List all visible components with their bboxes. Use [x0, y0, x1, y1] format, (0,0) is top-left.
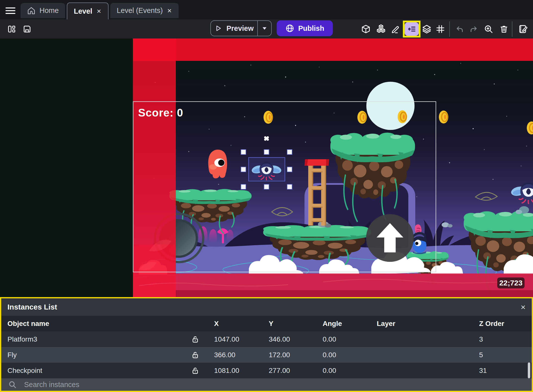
- publish-button[interactable]: Publish: [277, 20, 333, 36]
- col-z-order: Z Order: [472, 320, 532, 328]
- preview-button[interactable]: Preview: [211, 21, 257, 36]
- col-angle: Angle: [316, 320, 370, 328]
- tab-level-events-close-icon[interactable]: ×: [167, 7, 172, 14]
- tab-level-events-label: Level (Events): [117, 6, 163, 15]
- unlock-icon[interactable]: [183, 335, 207, 344]
- cursor-coordinates-badge: 22;723: [497, 277, 525, 288]
- instance-x: 366.00: [207, 351, 262, 359]
- instances-panel-title: Instances List: [7, 303, 57, 311]
- trash-icon[interactable]: [496, 25, 511, 34]
- instance-z-order: 31: [472, 367, 532, 375]
- instance-z-order: 5: [472, 351, 532, 359]
- layers-icon[interactable]: [420, 24, 433, 34]
- tab-home-label: Home: [39, 6, 59, 15]
- col-object-name: Object name: [1, 320, 183, 328]
- instances-table-header: Object name X Y Angle Layer Z Order: [1, 316, 532, 331]
- game-scene-svg: [0, 39, 533, 297]
- instance-angle: 0.00: [316, 351, 370, 359]
- search-instances-input[interactable]: [17, 381, 532, 389]
- instance-name: Platform3: [1, 335, 183, 343]
- edit-scene-properties-icon[interactable]: [515, 24, 531, 34]
- game-score-text: Score: 0: [138, 107, 183, 119]
- instances-list-icon[interactable]: [405, 22, 419, 36]
- toolbar-right-icons: [358, 19, 531, 39]
- zoom-in-icon[interactable]: [481, 24, 496, 34]
- instance-name: Checkpoint: [1, 367, 183, 375]
- instance-row-checkpoint[interactable]: Checkpoint 1081.00 277.00 0.00 31: [1, 363, 532, 378]
- globe-icon: [285, 24, 294, 33]
- undo-icon[interactable]: [453, 25, 467, 34]
- tab-level-events[interactable]: Level (Events) ×: [110, 3, 179, 18]
- coin[interactable]: [357, 111, 367, 124]
- instance-name: Fly: [1, 351, 183, 359]
- instance-row-platform3[interactable]: Platform3 1047.00 346.00 0.00 3: [1, 331, 532, 347]
- instances-panel: Instances List × Object name X Y Angle L…: [0, 297, 533, 392]
- tab-level-label: Level: [74, 7, 92, 15]
- save-icon[interactable]: [23, 25, 32, 34]
- layout-panels-icon[interactable]: [7, 25, 16, 34]
- tab-home[interactable]: Home: [21, 3, 65, 18]
- objects-icon[interactable]: [373, 24, 388, 34]
- col-x: X: [207, 320, 262, 328]
- instances-search-bar: [1, 378, 532, 391]
- coin[interactable]: [439, 111, 448, 123]
- tab-bar: Home Level × Level (Events) ×: [0, 0, 533, 19]
- play-icon: [215, 25, 222, 32]
- instances-panel-header: Instances List ×: [1, 298, 532, 316]
- unlock-icon[interactable]: [183, 366, 207, 375]
- instance-angle: 0.00: [316, 367, 370, 375]
- home-icon: [27, 6, 36, 15]
- instances-panel-close-icon[interactable]: ×: [521, 303, 526, 311]
- redo-icon[interactable]: [467, 25, 481, 34]
- menu-hamburger-icon[interactable]: [5, 7, 15, 14]
- caret-down-icon: [261, 25, 268, 32]
- preview-label: Preview: [227, 24, 254, 33]
- unlock-icon[interactable]: [183, 351, 207, 359]
- instances-list-highlight: [403, 21, 420, 38]
- col-layer: Layer: [370, 320, 472, 328]
- search-icon: [8, 380, 17, 389]
- preview-dropdown-caret[interactable]: [257, 21, 271, 36]
- panel-scrollbar[interactable]: [528, 362, 530, 378]
- coin[interactable]: [398, 110, 407, 123]
- instance-row-fly[interactable]: Fly 366.00 172.00 0.00 5: [1, 347, 532, 363]
- tab-level[interactable]: Level ×: [67, 2, 109, 19]
- jump-button: [366, 214, 414, 262]
- instance-y: 172.00: [262, 351, 316, 359]
- instance-z-order: 3: [472, 335, 532, 343]
- cube-3d-icon[interactable]: [358, 24, 373, 34]
- instance-y: 277.00: [262, 367, 316, 375]
- edit-pencil-icon[interactable]: [388, 24, 403, 34]
- instance-x: 1081.00: [207, 367, 262, 375]
- scene-canvas[interactable]: Score: 0 22;723: [0, 39, 533, 297]
- publish-label: Publish: [298, 24, 324, 33]
- moon: [366, 82, 415, 130]
- instance-y: 346.00: [262, 335, 316, 343]
- grid-icon[interactable]: [433, 24, 448, 34]
- instance-x: 1047.00: [207, 335, 262, 343]
- selected-fly-instance[interactable]: [249, 157, 285, 181]
- tab-level-close-icon[interactable]: ×: [96, 7, 102, 15]
- ladder-red-cap: [305, 159, 329, 166]
- instance-angle: 0.00: [316, 335, 370, 343]
- preview-split-button: Preview: [210, 20, 272, 36]
- col-y: Y: [262, 320, 316, 328]
